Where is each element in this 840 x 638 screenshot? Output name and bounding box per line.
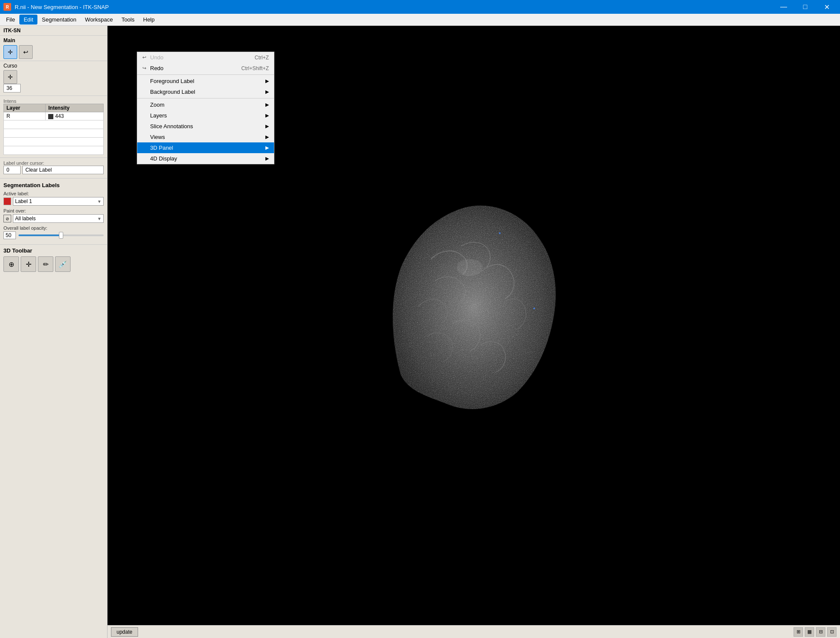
active-label-dropdown[interactable]: Label 1 ▼ xyxy=(13,197,104,206)
marker-2 xyxy=(533,308,535,309)
status-icons: ⊞ ▦ ⊟ ⊡ xyxy=(794,627,837,637)
cursor-section: Curso ✛ 36 xyxy=(0,61,107,96)
status-icon-2[interactable]: ▦ xyxy=(805,627,814,637)
status-bar: update ⊞ ▦ ⊟ ⊡ xyxy=(108,625,840,638)
active-label-color xyxy=(3,197,11,205)
paint-over-value: All labels xyxy=(15,216,36,222)
seg-labels-title: Segmentation Labels xyxy=(3,182,104,188)
marker-1 xyxy=(499,232,501,234)
cursor-value-row: 36 xyxy=(3,84,104,92)
menu-undo[interactable]: ↩ Undo Ctrl+Z xyxy=(137,52,274,63)
undo-icon: ↩ xyxy=(142,55,148,60)
menu-help[interactable]: Help xyxy=(139,15,159,25)
active-label-text: Active label: xyxy=(3,191,104,196)
paint-over-arrow: ▼ xyxy=(97,216,102,221)
intensity-table: Layer Intensity R 443 xyxy=(3,104,104,155)
menu-zoom[interactable]: Zoom ▶ xyxy=(137,99,274,110)
app-icon: R xyxy=(3,3,11,11)
active-label-arrow: ▼ xyxy=(97,199,102,204)
opacity-slider[interactable] xyxy=(18,234,104,236)
redo-shortcut: Ctrl+Shift+Z xyxy=(241,65,269,71)
minimize-button[interactable]: — xyxy=(774,0,794,14)
main-toolbar-row: ✛ ↩ xyxy=(3,45,104,59)
3d-panel-arrow: ▶ xyxy=(265,145,269,151)
intensity-label: Intens xyxy=(3,99,104,104)
col-layer: Layer xyxy=(4,104,46,112)
menu-bar: File Edit Segmentation Workspace Tools H… xyxy=(0,14,840,26)
update-button[interactable]: update xyxy=(111,627,138,637)
cursor-label-text: Curso xyxy=(3,63,17,69)
foreground-label-arrow: ▶ xyxy=(265,78,269,84)
toolbar-3d-title: 3D Toolbar xyxy=(3,247,104,254)
slice-annotations-text: Slice Annotations xyxy=(150,123,262,129)
window-controls: — □ ✕ xyxy=(774,0,837,14)
left-panel: ITK-SN Main ✛ ↩ Curso ✛ 36 Intens xyxy=(0,26,108,638)
undo-tool-btn[interactable]: ↩ xyxy=(19,45,33,59)
menu-layers[interactable]: Layers ▶ xyxy=(137,110,274,121)
menu-workspace[interactable]: Workspace xyxy=(81,15,117,25)
menu-views[interactable]: Views ▶ xyxy=(137,132,274,142)
close-button[interactable]: ✕ xyxy=(817,0,837,14)
main-label: Main xyxy=(3,37,104,43)
table-row-empty-4 xyxy=(4,146,104,155)
menu-background-label[interactable]: Background Label ▶ xyxy=(137,86,274,97)
table-row-empty-1 xyxy=(4,120,104,129)
brain-shape xyxy=(393,205,556,409)
cursor-label-row: Curso xyxy=(3,63,104,69)
status-icon-4[interactable]: ⊡ xyxy=(827,627,837,637)
maximize-button[interactable]: □ xyxy=(795,0,815,14)
label-name: Clear Label xyxy=(22,166,104,174)
title-bar-left: R R.nii - New Segmentation - ITK-SNAP xyxy=(3,3,109,11)
menu-segmentation[interactable]: Segmentation xyxy=(37,15,80,25)
label-cursor-section: Label under cursor: 0 Clear Label xyxy=(0,158,107,179)
table-row-empty-2 xyxy=(4,129,104,138)
toolbar-3d-btn-4[interactable]: 💉 xyxy=(55,256,71,272)
menu-slice-annotations[interactable]: Slice Annotations ▶ xyxy=(137,121,274,132)
4d-display-arrow: ▶ xyxy=(265,156,269,161)
itk-header: ITK-SN xyxy=(0,26,107,36)
views-text: Views xyxy=(150,134,262,140)
paint-over-icon: ⊘ xyxy=(3,215,11,222)
main-toolbar: Main ✛ ↩ xyxy=(0,36,107,61)
opacity-slider-thumb[interactable] xyxy=(59,232,63,239)
table-row: R 443 xyxy=(4,112,104,120)
background-label-text: Background Label xyxy=(150,89,262,95)
paint-over-dropdown[interactable]: All labels ▼ xyxy=(13,214,104,223)
menu-3d-panel[interactable]: 3D Panel ▶ xyxy=(137,142,274,153)
col-intensity: Intensity xyxy=(46,104,104,112)
menu-tools[interactable]: Tools xyxy=(117,15,138,25)
intensity-swatch xyxy=(48,114,53,119)
active-label-value: Label 1 xyxy=(15,198,32,204)
opacity-label-text: Overall label opacity: xyxy=(3,225,104,231)
window-title: R.nii - New Segmentation - ITK-SNAP xyxy=(15,4,109,10)
intensity-cell: 443 xyxy=(46,112,104,120)
menu-redo[interactable]: ↪ Redo Ctrl+Shift+Z xyxy=(137,63,274,74)
active-label-row: Label 1 ▼ xyxy=(3,197,104,206)
intensity-section: Intens Layer Intensity R 443 xyxy=(0,96,107,158)
slice-annotations-arrow: ▶ xyxy=(265,123,269,129)
redo-label: Redo xyxy=(150,65,233,71)
toolbar-3d-btn-2[interactable]: ✛ xyxy=(21,256,36,272)
menu-foreground-label[interactable]: Foreground Label ▶ xyxy=(137,76,274,86)
segmentation-labels-section: Segmentation Labels Active label: Label … xyxy=(0,179,107,244)
cursor-tool-btn[interactable]: ✛ xyxy=(3,70,17,84)
foreground-label-text: Foreground Label xyxy=(150,78,262,84)
label-cursor-row: 0 Clear Label xyxy=(3,166,104,174)
dropdown-menu-panel: ↩ Undo Ctrl+Z ↪ Redo Ctrl+Shift+Z Foregr… xyxy=(137,52,274,164)
crosshair-tool-btn[interactable]: ✛ xyxy=(3,45,17,59)
brain-visualization xyxy=(366,182,582,483)
toolbar-3d-btn-1[interactable]: ⊕ xyxy=(3,256,19,272)
menu-4d-display[interactable]: 4D Display ▶ xyxy=(137,153,274,164)
label-index: 0 xyxy=(3,166,21,174)
toolbar-3d-btn-3[interactable]: ✏ xyxy=(38,256,53,272)
menu-edit[interactable]: Edit xyxy=(19,15,37,25)
layers-arrow: ▶ xyxy=(265,113,269,118)
status-icon-1[interactable]: ⊞ xyxy=(794,627,803,637)
itk-header-text: ITK-SN xyxy=(3,28,21,34)
cursor-value: 36 xyxy=(3,84,21,92)
status-icon-3[interactable]: ⊟ xyxy=(816,627,825,637)
zoom-text: Zoom xyxy=(150,102,262,108)
menu-file[interactable]: File xyxy=(2,15,19,25)
opacity-row: 50 xyxy=(3,231,104,239)
zoom-arrow: ▶ xyxy=(265,102,269,108)
